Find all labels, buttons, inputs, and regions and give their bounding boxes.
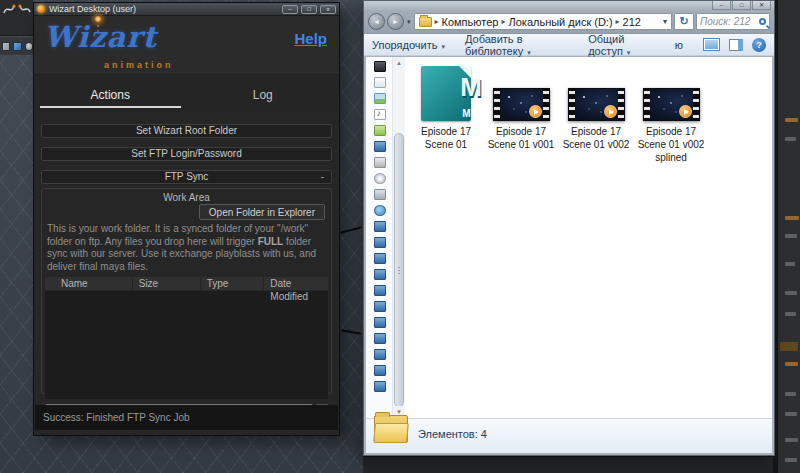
- file-item-maya[interactable]: M MB Episode 17 Scene 01: [411, 64, 481, 151]
- recent-pages-dropdown-icon[interactable]: ▾: [407, 18, 411, 26]
- maya-file-icon: M MB: [421, 66, 471, 121]
- forward-icon[interactable]: ►: [387, 13, 404, 30]
- column-header-type[interactable]: Type: [201, 277, 265, 290]
- file-name[interactable]: Episode 17 Scene 01: [411, 125, 481, 151]
- curve-tool-icon[interactable]: [18, 2, 32, 16]
- toolbar-truncated-item[interactable]: ю: [675, 39, 683, 51]
- file-item-video[interactable]: Episode 17 Scene 01 v002 splined: [636, 64, 706, 164]
- sphere-tool-icon[interactable]: [25, 42, 33, 51]
- pc-icon[interactable]: [374, 269, 386, 280]
- wizart-logo-tagline: animation: [104, 60, 174, 70]
- minimize-button[interactable]: –: [282, 5, 298, 14]
- refresh-icon[interactable]: ↻: [674, 13, 694, 30]
- cube-tool-icon[interactable]: [13, 42, 21, 51]
- items-count: Элементов: 4: [418, 428, 487, 440]
- work-area-group: Work Area Open Folder in Explorer This i…: [41, 188, 332, 394]
- panel-row: [785, 362, 798, 366]
- pc-icon[interactable]: [374, 333, 386, 344]
- file-name[interactable]: Episode 17 Scene 01 v001: [486, 125, 556, 151]
- column-header-size[interactable]: Size: [133, 277, 201, 290]
- panel-row: [785, 291, 797, 295]
- open-folder-button[interactable]: Open Folder in Explorer: [199, 204, 325, 220]
- cube-tool-icon[interactable]: [2, 42, 10, 51]
- file-item-video[interactable]: Episode 17 Scene 01 v001: [486, 64, 556, 151]
- change-view-icon[interactable]: [703, 38, 720, 51]
- add-to-library-menu[interactable]: Добавить в библиотеку▾: [465, 33, 568, 57]
- breadcrumb-local-disk-d[interactable]: Локальный диск (D:): [508, 16, 612, 28]
- set-ftp-login-button[interactable]: Set FTP Login/Password: [41, 147, 332, 161]
- explorer-titlebar[interactable]: – □ ✕: [364, 1, 774, 10]
- disk-icon[interactable]: [374, 157, 386, 168]
- pc-icon[interactable]: [374, 349, 386, 360]
- table-header-row: Name Size Type Date Modified: [45, 277, 328, 290]
- address-dropdown-icon[interactable]: ▾: [663, 17, 667, 26]
- help-link[interactable]: Help: [294, 30, 327, 47]
- document-icon[interactable]: [374, 77, 386, 88]
- preview-pane-icon[interactable]: [729, 39, 743, 51]
- search-box[interactable]: [696, 13, 770, 30]
- maximize-button[interactable]: □: [301, 5, 317, 14]
- address-bar-row: ◄ ► ▾ ▸ Компьютер ▸ Локальный диск (D:) …: [364, 10, 774, 33]
- help-icon[interactable]: ?: [752, 38, 766, 52]
- panel-row: [785, 458, 797, 462]
- file-name[interactable]: Episode 17 Scene 01 v002: [561, 125, 631, 151]
- set-root-folder-button[interactable]: Set Wizart Root Folder: [41, 124, 332, 138]
- file-name[interactable]: Episode 17 Scene 01 v002 splined: [636, 125, 706, 164]
- chevron-down-icon: ▾: [627, 49, 631, 56]
- share-menu[interactable]: Общий доступ▾: [588, 33, 655, 57]
- pc-icon[interactable]: [374, 365, 386, 376]
- organize-label: Упорядочить: [372, 39, 437, 51]
- file-item-video[interactable]: Episode 17 Scene 01 v002: [561, 64, 631, 151]
- search-input[interactable]: [700, 16, 759, 27]
- background-side-panel: [773, 0, 800, 473]
- music-icon[interactable]: [374, 109, 386, 120]
- network-icon[interactable]: [374, 205, 386, 216]
- address-bar[interactable]: ▸ Компьютер ▸ Локальный диск (D:) ▸ 212 …: [414, 13, 672, 30]
- maximize-button[interactable]: □: [732, 1, 751, 10]
- close-button[interactable]: ✕: [752, 1, 771, 10]
- minimize-button[interactable]: –: [712, 1, 731, 10]
- videos-icon[interactable]: [374, 61, 386, 72]
- computer-icon[interactable]: [374, 141, 386, 152]
- thumbnail-speckles: [569, 89, 571, 91]
- wizart-tabbar: Actions Log: [34, 75, 339, 111]
- search-icon[interactable]: [759, 18, 766, 25]
- chevron-down-icon: ▾: [441, 43, 445, 50]
- back-icon[interactable]: ◄: [368, 13, 385, 30]
- printer-icon[interactable]: [374, 189, 386, 200]
- play-icon: [604, 105, 617, 118]
- wizart-logo: Wizart: [44, 20, 157, 54]
- pc-icon[interactable]: [374, 253, 386, 264]
- details-pane: Элементов: 4: [366, 418, 772, 453]
- tab-log[interactable]: Log: [187, 75, 340, 111]
- background-bottom-panel: [363, 456, 773, 473]
- panel-row-highlighted: [780, 342, 798, 351]
- curve-tool-icon[interactable]: [2, 2, 16, 16]
- pc-icon[interactable]: [374, 381, 386, 392]
- ftp-sync-button[interactable]: FTP Sync -: [41, 170, 332, 184]
- explorer-window: – □ ✕ ◄ ► ▾ ▸ Компьютер ▸ Локальный диск…: [363, 0, 775, 456]
- pc-icon[interactable]: [374, 221, 386, 232]
- cd-icon[interactable]: [374, 173, 386, 184]
- pc-icon[interactable]: [374, 317, 386, 328]
- image-icon[interactable]: [374, 93, 386, 104]
- pc-icon[interactable]: [374, 237, 386, 248]
- panel-row: [785, 412, 797, 416]
- column-header-date-modified[interactable]: Date Modified: [264, 277, 328, 290]
- wizart-titlebar[interactable]: Wizart Desktop (user) – □ x: [34, 3, 339, 16]
- play-icon: [679, 105, 692, 118]
- folder-icon: [419, 17, 432, 27]
- pc-icon[interactable]: [374, 285, 386, 296]
- sparkle-icon: [95, 16, 101, 22]
- breadcrumb-computer[interactable]: Компьютер: [442, 16, 499, 28]
- column-header-name[interactable]: Name: [45, 277, 133, 290]
- panel-row: [785, 262, 795, 266]
- table-body-empty: [45, 290, 328, 399]
- organize-menu[interactable]: Упорядочить▾: [372, 39, 445, 51]
- pc-icon[interactable]: [374, 301, 386, 312]
- breadcrumb-212[interactable]: 212: [623, 16, 641, 28]
- wizart-desktop-window: Wizart Desktop (user) – □ x Wizart anima…: [33, 2, 340, 436]
- work-area-file-table: Name Size Type Date Modified: [45, 277, 328, 411]
- homegroup-icon[interactable]: [374, 125, 386, 136]
- close-button[interactable]: x: [320, 5, 336, 14]
